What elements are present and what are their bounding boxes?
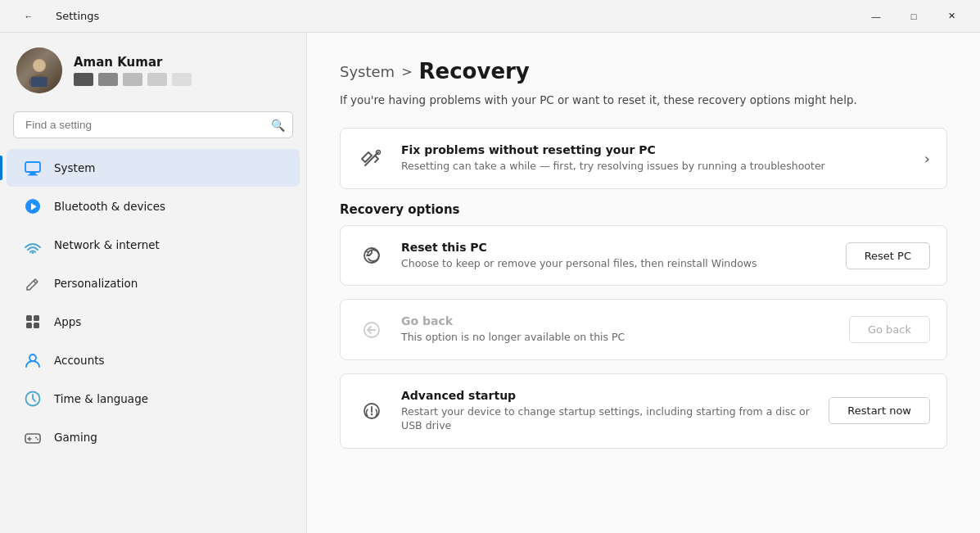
fix-card-chevron-wrap: › — [924, 150, 930, 167]
network-icon — [23, 235, 43, 255]
svg-rect-3 — [31, 77, 47, 87]
sidebar-item-bluetooth[interactable]: Bluetooth & devices — [7, 187, 300, 225]
breadcrumb-page: Recovery — [419, 59, 530, 84]
page-subtitle: If you're having problems with your PC o… — [340, 92, 947, 108]
reset-icon — [357, 241, 386, 270]
breadcrumb-system[interactable]: System — [340, 63, 395, 80]
reset-card-desc: Choose to keep or remove your personal f… — [401, 256, 831, 271]
svg-rect-9 — [26, 315, 32, 321]
svg-rect-5 — [29, 173, 36, 174]
search-icon: 🔍 — [271, 119, 285, 132]
apps-icon — [23, 312, 43, 332]
go-back-card-row: Go back This option is no longer availab… — [341, 300, 946, 359]
advanced-startup-card-title: Advanced startup — [401, 389, 814, 402]
bluetooth-icon — [23, 196, 43, 216]
svg-rect-4 — [25, 162, 40, 172]
title-bar: ← Settings — □ ✕ — [0, 0, 980, 33]
sidebar-item-label-gaming: Gaming — [54, 431, 97, 444]
badge-2 — [98, 73, 118, 86]
go-back-card: Go back This option is no longer availab… — [340, 299, 947, 360]
user-badges — [74, 73, 192, 86]
accounts-icon — [23, 350, 43, 370]
advanced-startup-icon — [357, 396, 386, 426]
svg-rect-6 — [28, 174, 38, 176]
user-name: Aman Kumar — [74, 55, 192, 70]
fix-card-desc: Resetting can take a while — first, try … — [401, 159, 910, 174]
fix-icon — [357, 144, 386, 174]
reset-pc-card-row: Reset this PC Choose to keep or remove y… — [341, 226, 946, 286]
go-back-card-action: Go back — [849, 316, 930, 343]
svg-point-13 — [29, 355, 36, 361]
advanced-startup-card-text: Advanced startup Restart your device to … — [401, 389, 814, 433]
system-icon — [23, 158, 43, 178]
app-title: Settings — [56, 10, 99, 22]
sidebar-item-label-apps: Apps — [54, 315, 81, 328]
svg-rect-10 — [34, 315, 39, 321]
time-icon — [23, 389, 43, 409]
svg-rect-11 — [26, 323, 32, 328]
sidebar-item-label-personalization: Personalization — [54, 277, 138, 290]
badge-1 — [74, 73, 93, 86]
restart-now-button[interactable]: Restart now — [829, 397, 930, 424]
search-input[interactable] — [13, 111, 293, 138]
advanced-startup-card-row: Advanced startup Restart your device to … — [341, 374, 946, 448]
reset-pc-card: Reset this PC Choose to keep or remove y… — [340, 225, 947, 287]
go-back-button: Go back — [849, 316, 930, 343]
sidebar-item-label-bluetooth: Bluetooth & devices — [54, 200, 165, 213]
go-back-card-desc: This option is no longer available on th… — [401, 330, 834, 345]
sidebar-item-gaming[interactable]: Gaming — [7, 418, 300, 456]
svg-point-17 — [37, 439, 38, 440]
badge-4 — [147, 73, 167, 86]
svg-rect-12 — [34, 323, 39, 328]
close-button[interactable]: ✕ — [933, 3, 970, 29]
svg-point-2 — [34, 60, 45, 71]
user-info: Aman Kumar — [74, 55, 192, 86]
gaming-icon — [23, 427, 43, 447]
fix-problems-card-row[interactable]: Fix problems without resetting your PC R… — [341, 129, 946, 188]
window-controls: — □ ✕ — [857, 3, 970, 29]
go-back-card-title: Go back — [401, 314, 834, 327]
breadcrumb: System > Recovery — [340, 59, 947, 84]
breadcrumb-arrow: > — [401, 64, 412, 79]
badge-3 — [123, 73, 142, 86]
advanced-startup-card-desc: Restart your device to change startup se… — [401, 404, 814, 433]
go-back-icon — [357, 315, 386, 345]
minimize-button[interactable]: — — [857, 3, 895, 29]
recovery-options-title: Recovery options — [340, 202, 947, 217]
sidebar-item-personalization[interactable]: Personalization — [7, 264, 300, 302]
sidebar: Aman Kumar 🔍 — [0, 33, 307, 533]
go-back-card-text: Go back This option is no longer availab… — [401, 314, 834, 345]
sidebar-item-label-accounts: Accounts — [54, 354, 105, 367]
avatar-image — [23, 54, 56, 87]
badge-5 — [172, 73, 192, 86]
maximize-button[interactable]: □ — [895, 3, 933, 29]
chevron-right-icon: › — [924, 150, 930, 167]
sidebar-item-label-time: Time & language — [54, 392, 148, 405]
app-body: Aman Kumar 🔍 — [0, 33, 980, 533]
reset-card-title: Reset this PC — [401, 241, 831, 254]
sidebar-item-label-system: System — [54, 161, 95, 174]
personalization-icon — [23, 273, 43, 293]
fix-problems-card[interactable]: Fix problems without resetting your PC R… — [340, 128, 947, 189]
back-button[interactable]: ← — [10, 3, 47, 29]
sidebar-nav: System Bluetooth & devices — [0, 148, 306, 457]
reset-pc-button[interactable]: Reset PC — [846, 242, 930, 269]
fix-card-title: Fix problems without resetting your PC — [401, 143, 910, 156]
reset-card-action: Reset PC — [846, 242, 930, 269]
sidebar-item-apps[interactable]: Apps — [7, 303, 300, 341]
reset-card-text: Reset this PC Choose to keep or remove y… — [401, 241, 831, 271]
sidebar-item-accounts[interactable]: Accounts — [7, 341, 300, 379]
advanced-startup-card-action: Restart now — [829, 397, 930, 424]
advanced-startup-card: Advanced startup Restart your device to … — [340, 373, 947, 449]
user-profile[interactable]: Aman Kumar — [0, 33, 306, 105]
title-bar-left: ← Settings — [10, 3, 99, 29]
sidebar-item-network[interactable]: Network & internet — [7, 226, 300, 264]
main-content: System > Recovery If you're having probl… — [307, 33, 980, 533]
search-box: 🔍 — [13, 111, 293, 138]
sidebar-item-system[interactable]: System — [7, 149, 300, 187]
avatar — [16, 47, 62, 93]
sidebar-item-time[interactable]: Time & language — [7, 380, 300, 418]
fix-card-text: Fix problems without resetting your PC R… — [401, 143, 910, 174]
sidebar-item-label-network: Network & internet — [54, 238, 160, 251]
svg-point-16 — [35, 437, 37, 439]
